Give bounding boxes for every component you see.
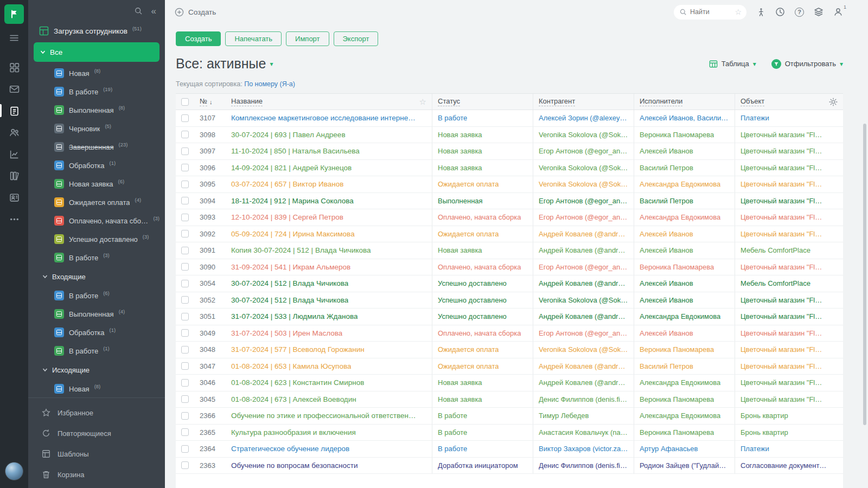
table-row[interactable]: 3093 12-10-2024 | 839 | Сергей Петров Оп… <box>176 209 843 226</box>
row-object[interactable]: Согласование документ… <box>741 461 826 470</box>
row-counterparty[interactable]: Veronika Sokolova (@Sokolo… <box>539 131 628 139</box>
row-counterparty[interactable]: Андрей Ковалев (@andrey_k… <box>539 230 628 238</box>
table-row[interactable]: 3048 31-07-2024 | 577 | Всеволод Горожан… <box>176 342 843 358</box>
row-object[interactable]: Цветочный магазин "Fl… <box>741 131 822 139</box>
row-checkbox[interactable] <box>181 147 189 155</box>
activity-icon[interactable] <box>756 8 765 17</box>
row-status[interactable]: Успешно доставлено <box>438 279 507 287</box>
dashboard-icon[interactable] <box>0 56 28 78</box>
sidebar-status-item[interactable]: Новая заявка (6) <box>28 175 165 193</box>
column-header-number[interactable]: №↓ <box>194 94 226 110</box>
row-counterparty[interactable]: Алексей Зорин (@alexey_zor… <box>539 114 628 122</box>
row-checkbox[interactable] <box>181 214 189 221</box>
row-object[interactable]: Цветочный магазин "Fl… <box>741 180 822 188</box>
row-counterparty[interactable]: Анастасия Ковальчук (nanat… <box>539 428 628 436</box>
tasks-icon[interactable] <box>0 100 28 121</box>
sidebar-status-item[interactable]: Выполненная (8) <box>28 101 165 119</box>
sidebar-status-item[interactable]: Оплачено, начата сборка (3) <box>28 211 165 230</box>
row-name[interactable]: 12-10-2024 | 839 | Сергей Петров <box>231 213 343 221</box>
table-row[interactable]: 3107 Комплексное маркетинговое исследова… <box>176 110 843 127</box>
table-row[interactable]: 3096 14-09-2024 | 821 | Андрей Кузнецов … <box>176 160 843 177</box>
row-checkbox[interactable] <box>181 395 189 403</box>
row-object[interactable]: Цветочный магазин "Fl… <box>741 213 822 221</box>
row-checkbox[interactable] <box>181 230 189 237</box>
row-counterparty[interactable]: Андрей Ковалев (@andrey_k… <box>539 312 628 320</box>
mail-icon[interactable] <box>0 78 28 100</box>
table-row[interactable]: 2363 Обучение по вопросам безопасности Д… <box>176 458 843 474</box>
row-object[interactable]: Цветочный магазин "Fl… <box>741 197 822 205</box>
row-status[interactable]: Успешно доставлено <box>438 312 507 320</box>
table-row[interactable]: 3051 31-07-2024 | 533 | Людмила Жданова … <box>176 309 843 325</box>
table-row[interactable]: 3047 01-08-2024 | 653 | Камила Юсупова О… <box>176 358 843 375</box>
row-status[interactable]: Ожидается оплата <box>438 230 499 238</box>
row-name[interactable]: Обучение по вопросам безопасности <box>231 461 358 470</box>
row-executors[interactable]: Василий Петров <box>640 362 693 370</box>
table-row[interactable]: 3094 18-11-2024 | 912 | Марина Соколова … <box>176 193 843 210</box>
table-row[interactable]: 3095 03-07-2024 | 657 | Виктор Иванов Ож… <box>176 176 843 193</box>
row-executors[interactable]: Алексей Иванов <box>640 230 693 238</box>
row-executors[interactable]: Алексей Иванов <box>640 246 693 254</box>
toolbar-import-button[interactable]: Импорт <box>286 31 329 46</box>
row-name[interactable]: Культура разнообразия и включения <box>231 428 356 436</box>
row-status[interactable]: Оплачено, начата сборка <box>438 213 521 221</box>
row-counterparty[interactable]: Андрей Ковалев (@andrey_k… <box>539 246 628 254</box>
sidebar-item-recurring[interactable]: Повторяющиеся <box>28 423 165 444</box>
chart-icon[interactable] <box>0 143 28 165</box>
row-status[interactable]: Оплачено, начата сборка <box>438 263 521 271</box>
row-checkbox[interactable] <box>181 164 189 171</box>
row-name[interactable]: 31-07-2024 | 503 | Ирен Маслова <box>231 329 342 337</box>
toolbar-create-button[interactable]: Создать <box>176 31 221 46</box>
row-checkbox[interactable] <box>181 428 189 436</box>
sidebar-status-item[interactable]: В работе (6) <box>28 286 165 305</box>
row-checkbox[interactable] <box>181 280 189 287</box>
row-status[interactable]: Ожидается оплата <box>438 180 499 188</box>
table-row[interactable]: 3054 30-07-2024 | 512 | Влада Чичикова У… <box>176 275 843 292</box>
user-avatar[interactable] <box>5 462 23 480</box>
table-row[interactable]: 3046 01-08-2024 | 623 | Константин Смирн… <box>176 375 843 391</box>
user-icon[interactable]: 1 <box>833 7 843 17</box>
row-counterparty[interactable]: Виктор Захаров (victor.zakha… <box>539 445 628 453</box>
row-object[interactable]: Цветочный магазин "Fl… <box>741 230 822 238</box>
row-status[interactable]: Новая заявка <box>438 395 482 403</box>
row-counterparty[interactable]: Денис Филиппов (denis.filip… <box>539 461 628 470</box>
row-name[interactable]: Комплексное маркетинговое исследование и… <box>231 114 416 122</box>
row-status[interactable]: Новая заявка <box>438 164 482 172</box>
row-name[interactable]: 01-08-2024 | 673 | Алексей Воеводин <box>231 395 356 403</box>
sidebar-status-item[interactable]: Новая (8) <box>28 380 165 397</box>
sidebar-project[interactable]: Загрузка сотрудников (51) <box>28 22 165 41</box>
sidebar-search-icon[interactable] <box>134 7 143 15</box>
app-logo[interactable] <box>4 4 24 24</box>
row-checkbox[interactable] <box>181 181 189 188</box>
row-counterparty[interactable]: Егор Антонов (@egor_anton… <box>539 213 628 221</box>
row-executors[interactable]: Артур Афанасьев <box>640 445 698 453</box>
table-row[interactable]: 3052 30-07-2024 | 512 | Влада Чичикова У… <box>176 292 843 309</box>
sidebar-group-header[interactable]: Входящие <box>28 267 165 286</box>
row-name[interactable]: 11-10-2024 | 850 | Наталья Васильева <box>231 147 360 155</box>
table-row[interactable]: 3090 31-09-2024 | 541 | Икрам Альмеров О… <box>176 259 843 276</box>
row-name[interactable]: Стратегическое обучение лидеров <box>231 445 349 453</box>
table-row[interactable]: 3045 01-08-2024 | 673 | Алексей Воеводин… <box>176 391 843 408</box>
row-counterparty[interactable]: Андрей Ковалев (@andrey_k… <box>539 378 628 387</box>
row-executors[interactable]: Вероника Паномарева <box>640 131 714 139</box>
row-object[interactable]: Бронь квартир <box>741 412 788 420</box>
sidebar-item-trash[interactable]: Корзина <box>28 464 165 485</box>
sidebar-item-favorites[interactable]: Избранное <box>28 402 165 423</box>
row-executors[interactable]: Алексей Иванов <box>640 329 693 337</box>
row-status[interactable]: В работе <box>438 114 467 122</box>
sidebar-status-item[interactable]: Черновик (5) <box>28 119 165 138</box>
row-executors[interactable]: Родион Зайцев ("Гудлайф") <box>640 461 729 470</box>
table-row[interactable]: 3049 31-07-2024 | 503 | Ирен Маслова Опл… <box>176 325 843 342</box>
row-executors[interactable]: Вероника Паномарева <box>640 345 714 354</box>
row-executors[interactable]: Вероника Паномарева <box>640 395 714 403</box>
page-title[interactable]: Все: активные ▾ <box>176 56 273 72</box>
sidebar-item-templates[interactable]: Шаблоны <box>28 444 165 464</box>
row-status[interactable]: Доработка инициатором <box>438 461 518 470</box>
collapse-sidebar-icon[interactable]: « <box>151 7 156 16</box>
table-row[interactable]: 3091 Копия 30-07-2024 | 512 | Влада Чичи… <box>176 242 843 259</box>
row-executors[interactable]: Вероника Паномарева <box>640 263 714 271</box>
row-executors[interactable]: Василий Петров <box>640 197 693 205</box>
row-object[interactable]: Мебель ComfortPlace <box>741 246 810 254</box>
sidebar-status-item[interactable]: Обработка (1) <box>28 323 165 342</box>
row-status[interactable]: Выполненная <box>438 197 483 205</box>
row-status[interactable]: Новая заявка <box>438 378 482 387</box>
